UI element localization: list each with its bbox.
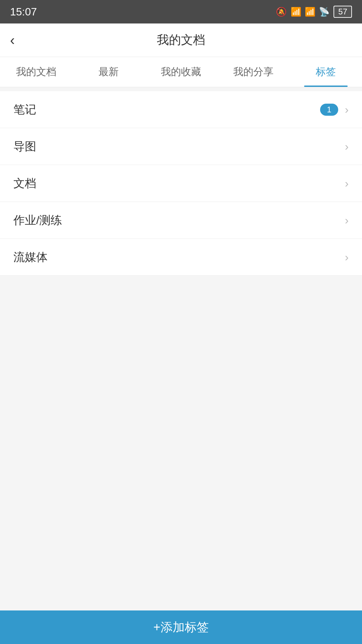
chevron-icon-mindmap: › xyxy=(345,140,349,153)
list-item-streaming-label: 流媒体 xyxy=(13,250,48,265)
chevron-icon-docs: › xyxy=(345,177,349,190)
tab-bar: 我的文档 最新 我的收藏 我的分享 标签 xyxy=(0,57,362,87)
tab-my-docs[interactable]: 我的文档 xyxy=(0,57,72,87)
status-bar: 15:07 🔕 📶 📶 📡 57 xyxy=(0,0,362,23)
list-item-notes[interactable]: 笔记 1 › xyxy=(0,91,362,128)
signal-icon-1: 📶 xyxy=(291,7,301,17)
notes-badge: 1 xyxy=(320,104,338,116)
header: ‹ 我的文档 xyxy=(0,23,362,57)
no-disturb-icon: 🔕 xyxy=(276,7,287,17)
add-tag-button-label: +添加标签 xyxy=(153,619,208,636)
tab-favorites[interactable]: 我的收藏 xyxy=(145,57,217,87)
tab-tags[interactable]: 标签 xyxy=(290,57,362,87)
chevron-icon-notes: › xyxy=(345,103,349,116)
list-item-mindmap-label: 导图 xyxy=(13,139,36,154)
list-item-docs[interactable]: 文档 › xyxy=(0,165,362,202)
back-button[interactable]: ‹ xyxy=(10,33,15,47)
content-list: 笔记 1 › 导图 › 文档 › 作业/测练 › 流 xyxy=(0,91,362,276)
status-icons: 🔕 📶 📶 📡 57 xyxy=(276,6,352,18)
page-title: 我的文档 xyxy=(157,32,205,48)
list-item-docs-label: 文档 xyxy=(13,176,36,191)
list-item-homework[interactable]: 作业/测练 › xyxy=(0,202,362,239)
chevron-icon-streaming: › xyxy=(345,251,349,264)
list-item-streaming[interactable]: 流媒体 › xyxy=(0,239,362,276)
chevron-icon-homework: › xyxy=(345,214,349,227)
tab-latest[interactable]: 最新 xyxy=(72,57,145,87)
battery-icon: 57 xyxy=(334,6,352,18)
wifi-icon: 📡 xyxy=(319,7,329,17)
add-tag-button[interactable]: +添加标签 xyxy=(0,610,362,644)
signal-icon-2: 📶 xyxy=(305,7,315,17)
tab-shared[interactable]: 我的分享 xyxy=(217,57,290,87)
list-item-mindmap[interactable]: 导图 › xyxy=(0,128,362,165)
list-item-notes-label: 笔记 xyxy=(13,102,36,117)
status-time: 15:07 xyxy=(10,6,37,18)
list-item-homework-label: 作业/测练 xyxy=(13,213,62,228)
battery-level: 57 xyxy=(334,6,352,18)
